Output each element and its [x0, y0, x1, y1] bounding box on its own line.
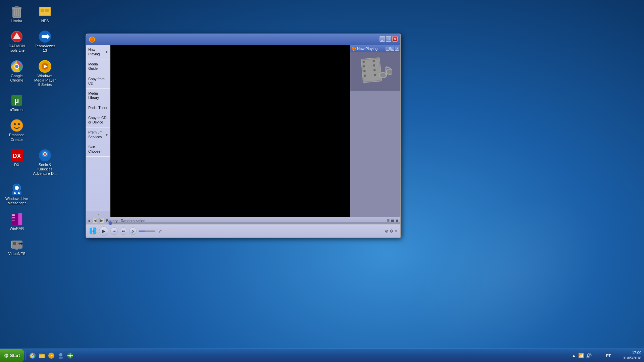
ql-chrome[interactable] [29, 352, 37, 360]
desktop-icon-dx[interactable]: DX DX [3, 147, 30, 177]
np-restore-btn[interactable]: □ [390, 47, 394, 51]
taskbar-running-items [79, 349, 566, 362]
svg-rect-44 [13, 242, 16, 245]
now-playing-header: Now Playing _ □ ✕ [350, 45, 400, 52]
progress-bar-container[interactable] [110, 222, 400, 224]
wmp-controls-bar: ■ ▶ ⏮ ⏭ 🔊 ⤢ ⊛ ⚙ ≡ [86, 224, 400, 238]
ql-explorer[interactable] [38, 352, 46, 360]
desktop-icon-wlm[interactable]: Windows Live Messenger [3, 181, 30, 207]
svg-rect-55 [373, 64, 375, 66]
nav-premium-services[interactable]: Premium Services ▶ [86, 127, 110, 142]
wmp-windows-logo [89, 227, 97, 235]
ctrl-settings-btn[interactable]: ⚙ [390, 229, 393, 234]
systray-volume[interactable]: 🔊 [586, 353, 592, 358]
wmp-minimize-btn[interactable]: _ [380, 36, 385, 42]
taskbar-clock[interactable]: 17:00 31/05/2018 [620, 350, 644, 361]
svg-point-80 [59, 353, 62, 356]
volume-control[interactable] [139, 230, 155, 232]
nav-media-guide[interactable]: Media Guide [86, 59, 110, 74]
svg-rect-7 [41, 9, 44, 12]
utorrent-icon: μ [10, 94, 23, 107]
desktop-icon-sonic[interactable]: Sonic & Knuckles Adventure D... [32, 147, 58, 177]
desktop-icon-lixeira[interactable]: Lixeira [3, 3, 30, 24]
chrome-label: Google Chrome [5, 74, 29, 83]
svg-point-32 [44, 153, 46, 155]
nav-media-library[interactable]: Media Library [86, 89, 110, 103]
nav-radio-tuner[interactable]: Radio Tuner [86, 103, 110, 113]
premium-arrow: ▶ [106, 133, 108, 137]
nav-copy-to-cd[interactable]: Copy to CD or Device [86, 113, 110, 127]
emoticon-label: Emoticon Creator [5, 133, 29, 142]
desktop-icon-emoticon[interactable]: Emoticon Creator [3, 117, 30, 143]
ql-greenshot[interactable] [66, 352, 74, 360]
svg-rect-50 [362, 60, 365, 63]
progress-handle[interactable] [108, 221, 112, 225]
wmp-maximize-btn[interactable]: □ [386, 36, 391, 42]
daemon-icon [10, 30, 23, 43]
ctrl-mute-btn[interactable]: 🔊 [129, 227, 137, 235]
ctrl-prev-btn[interactable]: ⏮ [110, 227, 118, 235]
systray-network[interactable]: 📶 [578, 353, 584, 358]
svg-rect-51 [363, 65, 365, 67]
svg-point-83 [69, 355, 71, 357]
ctrl-eq-btn[interactable]: ⊛ [385, 229, 388, 234]
desktop-icon-winrar[interactable]: WinRAR [3, 211, 30, 232]
wmp-close-btn[interactable]: ✕ [392, 36, 398, 42]
teamviewer-label: TeamViewer 13 [33, 44, 57, 53]
wmp-logo [89, 37, 95, 43]
virtuanes-icon [10, 238, 23, 251]
ql-chrome-icon [29, 352, 36, 359]
desktop-icon-nes[interactable]: NES [32, 3, 58, 24]
taskbar-divider-4 [595, 351, 595, 360]
svg-point-46 [20, 243, 22, 245]
desktop-icon-wmp[interactable]: Windows Media Player 9 Series [32, 58, 58, 89]
taskbar-clock-area: PT [597, 354, 620, 358]
desktop-icon-daemon[interactable]: DAEMON Tools Lite [3, 29, 30, 54]
clock-time: 17:00 [623, 350, 641, 355]
ctrl-shuffle-btn[interactable]: ⤢ [157, 228, 163, 235]
start-button[interactable]: Start [0, 349, 24, 362]
desktop-icon-utorrent[interactable]: μ uTorrent [3, 92, 30, 113]
nes-label: NES [41, 19, 49, 23]
np-close-btn[interactable]: ✕ [395, 47, 399, 51]
svg-text:μ: μ [14, 96, 19, 105]
wmp-titlebar: _ □ ✕ [86, 34, 400, 45]
wlm-icon [10, 183, 23, 196]
nes-icon [38, 5, 52, 18]
svg-marker-67 [93, 231, 96, 234]
svg-rect-54 [373, 59, 375, 62]
nav-copy-from-cd[interactable]: Copy from CD [86, 74, 110, 89]
windows-orb-icon [4, 353, 9, 358]
svg-rect-81 [59, 357, 63, 359]
svg-marker-65 [93, 227, 96, 231]
svg-rect-47 [15, 248, 18, 250]
nav-skin-chooser[interactable]: Skin Chooser [86, 142, 110, 157]
systray-arrow-up[interactable]: ▲ [572, 353, 576, 358]
ctrl-next-btn[interactable]: ⏭ [120, 227, 127, 235]
ql-identity[interactable] [57, 352, 65, 360]
ctrl-more-btn[interactable]: ≡ [395, 229, 397, 234]
svg-rect-57 [374, 73, 376, 76]
desktop-icon-chrome[interactable]: Google Chrome [3, 58, 30, 89]
ql-explorer-icon [39, 352, 45, 359]
dx-icon: DX [10, 149, 23, 162]
clock-language: PT [606, 354, 611, 358]
svg-point-45 [18, 243, 20, 245]
winrar-label: WinRAR [10, 226, 24, 231]
wmp-video-area [110, 45, 350, 217]
svg-rect-39 [18, 213, 22, 225]
sonic-label: Sonic & Knuckles Adventure D... [33, 163, 57, 176]
volume-track[interactable] [139, 230, 155, 232]
ql-wmp-taskbar[interactable] [47, 352, 55, 360]
ctrl-right-icons: ⊛ ⚙ ≡ [385, 229, 397, 234]
desktop-icon-virtuanes[interactable]: VirtuaNES [3, 236, 30, 257]
nav-now-playing[interactable]: Now Playing ▶ [86, 45, 110, 59]
np-minimize-btn[interactable]: _ [386, 47, 390, 51]
desktop-decoration [389, 166, 631, 362]
svg-point-24 [11, 119, 23, 132]
ctrl-play-btn[interactable]: ▶ [99, 226, 108, 236]
svg-rect-35 [12, 191, 21, 195]
taskbar-divider-1 [26, 351, 26, 360]
svg-line-61 [386, 67, 391, 68]
desktop-icon-teamviewer[interactable]: TeamViewer 13 [32, 29, 58, 54]
